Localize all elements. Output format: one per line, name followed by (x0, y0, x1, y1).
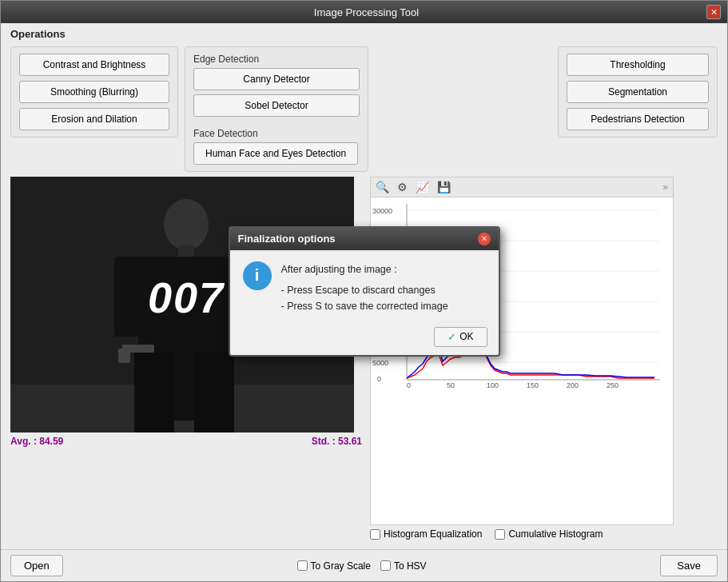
main-window: Image Processing Tool ✕ Operations Contr… (0, 0, 728, 582)
finalization-dialog: Finalization options ✕ i After adjusting… (229, 226, 500, 357)
ok-label: OK (459, 331, 473, 342)
modal-heading: After adjusting the image : (281, 261, 448, 277)
modal-line1: - Press Escape to discard changes (281, 282, 448, 298)
modal-title: Finalization options (238, 233, 336, 245)
modal-body: i After adjusting the image : - Press Es… (230, 250, 499, 322)
ok-check-icon: ✓ (448, 331, 456, 343)
modal-title-bar: Finalization options ✕ (230, 228, 499, 250)
modal-footer: ✓ OK (230, 322, 499, 355)
ok-button[interactable]: ✓ OK (434, 327, 487, 347)
modal-info-icon: i (243, 261, 272, 290)
modal-close-button[interactable]: ✕ (478, 233, 491, 245)
modal-line2: - Press S to save the corrected image (281, 298, 448, 314)
modal-text: After adjusting the image : - Press Esca… (281, 261, 448, 314)
modal-overlay: Finalization options ✕ i After adjusting… (1, 1, 727, 581)
